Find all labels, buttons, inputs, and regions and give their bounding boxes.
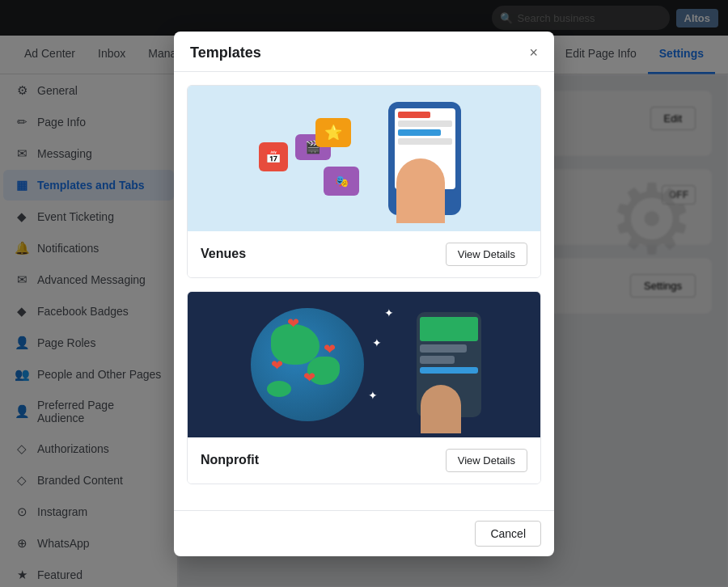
np-bar-3 [420, 356, 455, 364]
templates-modal: Templates × ♪ 📅 🎬 ⭐ 🎭 🎟 [174, 32, 554, 556]
theater-float-icon: 🎭 [324, 167, 359, 196]
calendar-float-icon: 📅 [259, 142, 288, 171]
nonprofit-image: ❤ ❤ ❤ ❤ ✦ ✦ ✦ [188, 292, 540, 437]
template-card-venues: ♪ 📅 🎬 ⭐ 🎭 🎟 [187, 85, 541, 278]
np-bar-1 [420, 317, 478, 341]
star-np-3: ✦ [368, 389, 378, 402]
modal-body: ♪ 📅 🎬 ⭐ 🎭 🎟 [174, 72, 554, 510]
venues-view-details-button[interactable]: View Details [446, 243, 527, 266]
nonprofit-name: Nonprofit [201, 453, 259, 467]
star-float-icon: ⭐ [315, 118, 351, 147]
modal-title: Templates [190, 44, 261, 61]
heart-pin-1: ❤ [287, 315, 299, 332]
nonprofit-footer: Nonprofit View Details [188, 437, 540, 484]
venues-illustration: ♪ 📅 🎬 ⭐ 🎭 🎟 [251, 94, 477, 223]
np-bar-4 [420, 367, 478, 374]
venues-name: Venues [201, 247, 246, 261]
venues-footer: Venues View Details [188, 231, 540, 277]
cancel-button[interactable]: Cancel [475, 521, 541, 547]
screen-bar-4 [398, 138, 452, 145]
modal-footer: Cancel [174, 510, 554, 556]
venues-image: ♪ 📅 🎬 ⭐ 🎭 🎟 [188, 86, 540, 231]
nonprofit-view-details-button[interactable]: View Details [446, 449, 527, 472]
hand-nonprofit [421, 385, 461, 433]
star-np-2: ✦ [372, 336, 382, 349]
screen-bar-1 [398, 112, 430, 118]
star-np-1: ✦ [384, 306, 394, 319]
heart-pin-4: ❤ [271, 357, 283, 374]
screen-bar-3 [398, 129, 442, 136]
globe-land-3 [267, 381, 291, 397]
modal-close-button[interactable]: × [529, 45, 538, 60]
globe [251, 308, 364, 421]
hand-venues [396, 158, 445, 223]
modal-header: Templates × [174, 32, 554, 72]
template-card-nonprofit: ❤ ❤ ❤ ❤ ✦ ✦ ✦ [187, 291, 541, 484]
modal-overlay: Templates × ♪ 📅 🎬 ⭐ 🎭 🎟 [0, 0, 728, 587]
np-bar-2 [420, 344, 467, 353]
heart-pin-2: ❤ [324, 340, 336, 358]
heart-pin-3: ❤ [303, 369, 315, 386]
nonprofit-illustration: ❤ ❤ ❤ ❤ ✦ ✦ ✦ [243, 300, 485, 429]
screen-bar-2 [398, 120, 452, 127]
